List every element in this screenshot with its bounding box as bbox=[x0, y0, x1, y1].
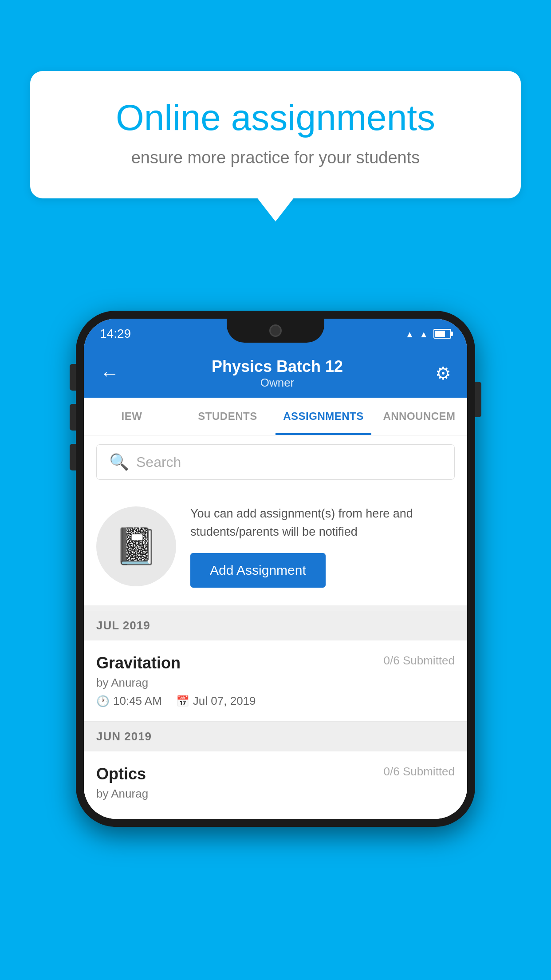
battery-icon bbox=[433, 329, 451, 339]
phone-wrapper: 14:29 ← Physics Batch 12 Owner ⚙ bbox=[76, 311, 475, 827]
phone-outer: 14:29 ← Physics Batch 12 Owner ⚙ bbox=[76, 311, 475, 827]
assignment-item-optics[interactable]: Optics 0/6 Submitted by Anurag bbox=[84, 751, 467, 819]
tab-announcements[interactable]: ANNOUNCEM bbox=[371, 398, 467, 435]
assignment-meta-gravitation: 🕐 10:45 AM 📅 Jul 07, 2019 bbox=[96, 694, 455, 708]
assignment-name-gravitation: Gravitation bbox=[96, 654, 181, 672]
speech-bubble: Online assignments ensure more practice … bbox=[30, 71, 521, 198]
assignment-date-gravitation: 📅 Jul 07, 2019 bbox=[176, 694, 256, 708]
phone-notch bbox=[227, 319, 324, 343]
app-bar-title: Physics Batch 12 bbox=[212, 357, 343, 376]
search-icon: 🔍 bbox=[109, 453, 129, 471]
info-section: 📓 You can add assignment(s) from here an… bbox=[84, 489, 467, 611]
clock-icon: 🕐 bbox=[96, 695, 110, 707]
app-bar-subtitle: Owner bbox=[212, 376, 343, 390]
section-header-jun: JUN 2019 bbox=[84, 722, 467, 751]
bubble-title: Online assignments bbox=[61, 98, 490, 138]
speech-bubble-container: Online assignments ensure more practice … bbox=[30, 71, 521, 198]
volume-up-button bbox=[70, 364, 76, 391]
settings-icon[interactable]: ⚙ bbox=[435, 363, 451, 383]
tab-iew[interactable]: IEW bbox=[84, 398, 180, 435]
assignment-submitted-gravitation: 0/6 Submitted bbox=[384, 654, 455, 668]
info-description: You can add assignment(s) from here and … bbox=[190, 505, 455, 541]
add-assignment-button[interactable]: Add Assignment bbox=[190, 553, 326, 588]
search-placeholder: Search bbox=[136, 454, 181, 470]
power-button bbox=[475, 382, 481, 417]
assignment-name-optics: Optics bbox=[96, 765, 146, 783]
tab-assignments[interactable]: ASSIGNMENTS bbox=[276, 398, 371, 435]
assignment-date-value: Jul 07, 2019 bbox=[193, 694, 256, 708]
info-text: You can add assignment(s) from here and … bbox=[190, 505, 455, 588]
assignment-item-gravitation[interactable]: Gravitation 0/6 Submitted by Anurag 🕐 10… bbox=[84, 640, 467, 722]
phone-screen: 14:29 ← Physics Batch 12 Owner ⚙ bbox=[84, 319, 467, 819]
back-button[interactable]: ← bbox=[100, 362, 119, 384]
app-bar: ← Physics Batch 12 Owner ⚙ bbox=[84, 349, 467, 398]
battery-fill bbox=[435, 331, 445, 337]
calendar-icon: 📅 bbox=[176, 695, 189, 707]
status-icons bbox=[405, 328, 451, 340]
assignment-row-gravitation: Gravitation 0/6 Submitted bbox=[96, 654, 455, 672]
section-header-jul: JUL 2019 bbox=[84, 611, 467, 640]
assignment-time-gravitation: 🕐 10:45 AM bbox=[96, 694, 162, 708]
bubble-subtitle: ensure more practice for your students bbox=[61, 148, 490, 167]
assignment-author-gravitation: by Anurag bbox=[96, 676, 455, 690]
front-camera bbox=[269, 324, 282, 337]
wifi-icon bbox=[405, 328, 414, 340]
tab-students[interactable]: STUDENTS bbox=[180, 398, 276, 435]
assignment-author-optics: by Anurag bbox=[96, 787, 455, 801]
search-container: 🔍 Search bbox=[84, 435, 467, 489]
search-box[interactable]: 🔍 Search bbox=[96, 444, 455, 480]
status-time: 14:29 bbox=[100, 327, 131, 341]
volume-down-button bbox=[70, 404, 76, 431]
assignment-time-value: 10:45 AM bbox=[113, 694, 162, 708]
app-bar-title-group: Physics Batch 12 Owner bbox=[212, 357, 343, 390]
notebook-icon: 📓 bbox=[114, 526, 158, 567]
signal-icon bbox=[419, 328, 428, 340]
silent-button bbox=[70, 444, 76, 470]
tabs-bar: IEW STUDENTS ASSIGNMENTS ANNOUNCEM bbox=[84, 398, 467, 435]
assignment-icon-circle: 📓 bbox=[96, 506, 176, 586]
assignment-row-optics: Optics 0/6 Submitted bbox=[96, 765, 455, 783]
assignment-submitted-optics: 0/6 Submitted bbox=[384, 765, 455, 778]
